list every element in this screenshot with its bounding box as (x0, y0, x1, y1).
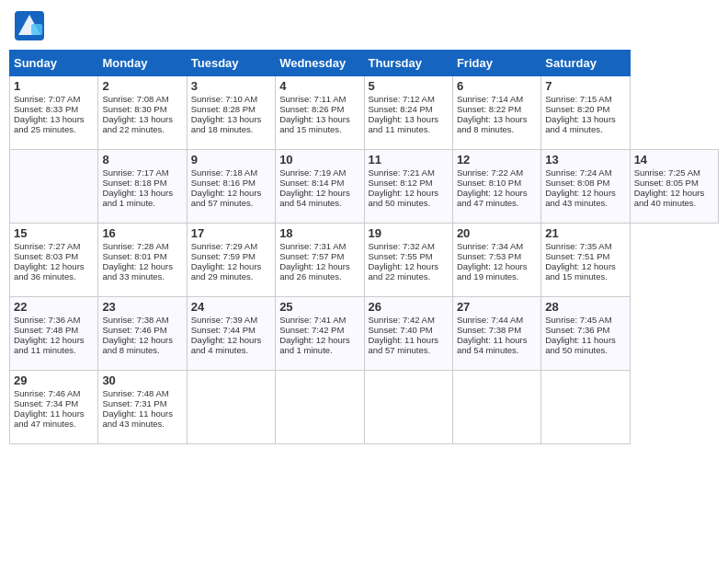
daylight: Daylight: 12 hours and 26 minutes. (279, 261, 350, 282)
svg-rect-2 (31, 24, 42, 35)
calendar-cell (187, 371, 275, 444)
sunrise: Sunrise: 7:10 AM (191, 94, 257, 104)
calendar-cell: 25Sunrise: 7:41 AMSunset: 7:42 PMDayligh… (276, 297, 364, 371)
day-number: 3 (191, 79, 271, 93)
sunset: Sunset: 7:44 PM (191, 325, 256, 335)
calendar-cell: 21Sunrise: 7:35 AMSunset: 7:51 PMDayligh… (541, 224, 630, 297)
calendar-week-5: 29Sunrise: 7:46 AMSunset: 7:34 PMDayligh… (10, 371, 719, 444)
calendar-cell: 6Sunrise: 7:14 AMSunset: 8:22 PMDaylight… (452, 76, 540, 150)
sunset: Sunset: 8:01 PM (102, 251, 166, 261)
sunrise: Sunrise: 7:21 AM (369, 167, 435, 178)
sunrise: Sunrise: 7:22 AM (457, 167, 523, 178)
day-header-wednesday: Wednesday (276, 51, 364, 76)
day-header-tuesday: Tuesday (187, 51, 275, 76)
sunset: Sunset: 8:05 PM (634, 178, 699, 188)
calendar-cell: 9Sunrise: 7:18 AMSunset: 8:16 PMDaylight… (187, 150, 275, 224)
daylight: Daylight: 12 hours and 11 minutes. (14, 335, 85, 355)
daylight: Daylight: 12 hours and 40 minutes. (634, 188, 705, 208)
calendar-cell: 8Sunrise: 7:17 AMSunset: 8:18 PMDaylight… (98, 150, 187, 224)
calendar-cell: 11Sunrise: 7:21 AMSunset: 8:12 PMDayligh… (364, 150, 452, 224)
day-number: 17 (191, 226, 271, 240)
calendar-cell: 23Sunrise: 7:38 AMSunset: 7:46 PMDayligh… (98, 297, 187, 371)
calendar-cell: 28Sunrise: 7:45 AMSunset: 7:36 PMDayligh… (541, 297, 630, 371)
sunrise: Sunrise: 7:31 AM (279, 241, 346, 251)
day-header-monday: Monday (98, 51, 187, 76)
calendar-cell: 26Sunrise: 7:42 AMSunset: 7:40 PMDayligh… (364, 297, 452, 371)
day-header-saturday: Saturday (541, 51, 630, 76)
daylight: Daylight: 11 hours and 57 minutes. (369, 335, 439, 355)
page-header (9, 9, 719, 42)
calendar-week-2: 8Sunrise: 7:17 AMSunset: 8:18 PMDaylight… (10, 150, 719, 224)
calendar-cell: 16Sunrise: 7:28 AMSunset: 8:01 PMDayligh… (98, 224, 187, 297)
sunset: Sunset: 8:12 PM (369, 178, 433, 188)
sunrise: Sunrise: 7:14 AM (457, 94, 523, 104)
day-number: 10 (279, 153, 359, 167)
daylight: Daylight: 12 hours and 57 minutes. (191, 188, 262, 208)
day-number: 16 (102, 226, 182, 240)
day-number: 6 (457, 79, 537, 93)
day-number: 11 (369, 153, 449, 167)
sunset: Sunset: 8:33 PM (14, 104, 78, 114)
day-number: 26 (369, 300, 449, 314)
sunset: Sunset: 7:38 PM (457, 325, 521, 335)
day-number: 18 (279, 226, 359, 240)
calendar-cell (276, 371, 364, 444)
calendar-cell: 12Sunrise: 7:22 AMSunset: 8:10 PMDayligh… (452, 150, 540, 224)
calendar-cell: 15Sunrise: 7:27 AMSunset: 8:03 PMDayligh… (10, 224, 98, 297)
day-number: 23 (102, 300, 182, 314)
sunrise: Sunrise: 7:27 AM (14, 241, 80, 251)
sunset: Sunset: 7:46 PM (102, 325, 166, 335)
sunrise: Sunrise: 7:28 AM (102, 241, 168, 251)
day-number: 8 (102, 153, 182, 167)
sunrise: Sunrise: 7:32 AM (369, 241, 435, 251)
daylight: Daylight: 12 hours and 29 minutes. (191, 261, 262, 282)
daylight: Daylight: 12 hours and 4 minutes. (191, 335, 262, 355)
day-header-sunday: Sunday (10, 51, 98, 76)
daylight: Daylight: 12 hours and 47 minutes. (457, 188, 528, 208)
day-number: 21 (545, 226, 625, 240)
sunset: Sunset: 8:16 PM (191, 178, 256, 188)
sunrise: Sunrise: 7:38 AM (102, 315, 168, 325)
calendar-cell: 14Sunrise: 7:25 AMSunset: 8:05 PMDayligh… (630, 150, 718, 224)
sunrise: Sunrise: 7:18 AM (191, 167, 257, 178)
day-number: 30 (102, 373, 182, 387)
day-number: 24 (191, 300, 271, 314)
calendar-cell (541, 371, 630, 444)
sunset: Sunset: 7:34 PM (14, 398, 78, 408)
sunrise: Sunrise: 7:15 AM (545, 94, 611, 104)
sunrise: Sunrise: 7:12 AM (369, 94, 435, 104)
sunset: Sunset: 8:20 PM (545, 104, 609, 114)
day-number: 25 (279, 300, 359, 314)
calendar-cell: 24Sunrise: 7:39 AMSunset: 7:44 PMDayligh… (187, 297, 275, 371)
sunset: Sunset: 7:40 PM (369, 325, 433, 335)
sunrise: Sunrise: 7:41 AM (279, 315, 346, 325)
daylight: Daylight: 12 hours and 19 minutes. (457, 261, 528, 282)
calendar-cell: 30Sunrise: 7:48 AMSunset: 7:31 PMDayligh… (98, 371, 187, 444)
sunset: Sunset: 8:26 PM (279, 104, 344, 114)
day-number: 7 (545, 79, 625, 93)
sunset: Sunset: 7:42 PM (279, 325, 344, 335)
day-number: 9 (191, 153, 271, 167)
calendar-cell: 22Sunrise: 7:36 AMSunset: 7:48 PMDayligh… (10, 297, 98, 371)
sunset: Sunset: 8:08 PM (545, 178, 609, 188)
day-number: 2 (102, 79, 182, 93)
logo-icon (13, 9, 46, 42)
calendar-cell: 5Sunrise: 7:12 AMSunset: 8:24 PMDaylight… (364, 76, 452, 150)
daylight: Daylight: 12 hours and 22 minutes. (369, 261, 439, 282)
daylight: Daylight: 13 hours and 8 minutes. (457, 114, 528, 134)
sunset: Sunset: 7:57 PM (279, 251, 344, 261)
sunrise: Sunrise: 7:07 AM (14, 94, 80, 104)
daylight: Daylight: 12 hours and 33 minutes. (102, 261, 173, 282)
calendar-header-row: SundayMondayTuesdayWednesdayThursdayFrid… (10, 51, 719, 76)
daylight: Daylight: 12 hours and 43 minutes. (545, 188, 616, 208)
calendar-cell: 10Sunrise: 7:19 AMSunset: 8:14 PMDayligh… (276, 150, 364, 224)
calendar-cell: 27Sunrise: 7:44 AMSunset: 7:38 PMDayligh… (452, 297, 540, 371)
daylight: Daylight: 12 hours and 1 minute. (279, 335, 350, 355)
calendar-cell: 4Sunrise: 7:11 AMSunset: 8:26 PMDaylight… (276, 76, 364, 150)
day-header-thursday: Thursday (364, 51, 452, 76)
sunrise: Sunrise: 7:36 AM (14, 315, 80, 325)
sunset: Sunset: 7:59 PM (191, 251, 256, 261)
calendar-week-1: 1Sunrise: 7:07 AMSunset: 8:33 PMDaylight… (10, 76, 719, 150)
sunset: Sunset: 8:03 PM (14, 251, 78, 261)
sunset: Sunset: 8:28 PM (191, 104, 256, 114)
